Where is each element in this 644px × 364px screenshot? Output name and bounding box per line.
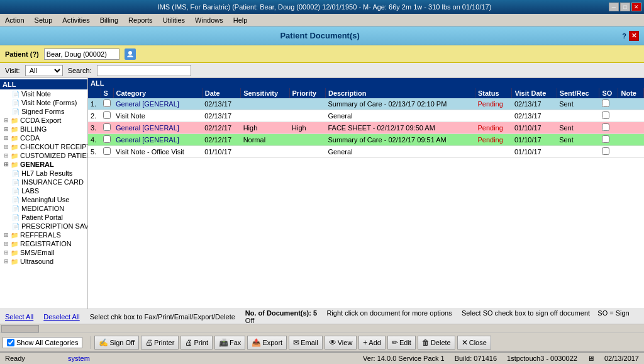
sign-off-button[interactable]: ✍Sign Off: [94, 336, 139, 350]
so-checkbox[interactable]: [602, 111, 609, 119]
status-info: No. of Document(s): 5 Right click on doc…: [245, 309, 639, 324]
minimize-button[interactable]: ─: [609, 3, 619, 11]
so-checkbox[interactable]: [602, 147, 609, 155]
row-checkbox[interactable]: [103, 147, 111, 155]
cell-category: General [GENERAL]: [113, 122, 202, 134]
sidebar-item-label: SMS/Email: [20, 249, 54, 256]
cell-checkbox[interactable]: [101, 146, 113, 158]
col-header-Note: Note: [618, 88, 644, 98]
sidebar-item-medication[interactable]: 📄MEDICATION: [0, 204, 87, 213]
menu-item-help[interactable]: Help: [231, 16, 250, 25]
printer-button[interactable]: 🖨Printer: [141, 336, 179, 350]
view-button[interactable]: 👁View: [325, 336, 357, 350]
cell-checkbox[interactable]: [101, 98, 113, 110]
right-click-info: Right click on document for more options: [326, 309, 452, 317]
cell-so-checkbox[interactable]: [599, 134, 618, 146]
sidebar-item-label: CCDA: [20, 134, 40, 142]
menu-item-utilities[interactable]: Utilities: [160, 16, 187, 25]
row-checkbox[interactable]: [103, 135, 111, 143]
status-bar: Select All Deselect All Select chk box t…: [0, 309, 644, 324]
sidebar-item-signed-forms[interactable]: 📄Signed Forms: [0, 107, 87, 116]
sidebar-item-checkout-receipt[interactable]: ⊞📁CHECKOUT RECEIPT: [0, 142, 87, 151]
sidebar-item-meaningful-use[interactable]: 📄Meaningful Use: [0, 195, 87, 204]
dialog-help-button[interactable]: ?: [622, 32, 626, 40]
date-text: 02/13/2017: [604, 355, 639, 362]
cell-checkbox[interactable]: [101, 122, 113, 134]
sidebar-item-visit-note[interactable]: 📄Visit Note: [0, 89, 87, 98]
sidebar-item-visit-note-(forms)[interactable]: 📄Visit Note (Forms): [0, 98, 87, 107]
cell-so-checkbox[interactable]: [599, 98, 618, 110]
sidebar-item-label: GENERAL: [20, 161, 54, 168]
menu-item-reports[interactable]: Reports: [126, 16, 155, 25]
delete-button[interactable]: 🗑Delete: [418, 336, 455, 350]
so-checkbox[interactable]: [602, 135, 609, 143]
table-row[interactable]: 1.General [GENERAL]02/13/17Summary of Ca…: [88, 98, 644, 110]
so-checkbox[interactable]: [602, 100, 609, 107]
dialog-close-button[interactable]: ✕: [629, 31, 639, 41]
close-dialog-button[interactable]: ✕Close: [457, 336, 491, 350]
folder-icon: 📄: [12, 170, 19, 177]
menu-item-billing[interactable]: Billing: [97, 16, 121, 25]
sidebar-item-hl7-lab-results[interactable]: 📄HL7 Lab Results: [0, 169, 87, 178]
menu-item-activities[interactable]: Activities: [60, 16, 92, 25]
sidebar-item-billing[interactable]: ⊞📁BILLING: [0, 125, 87, 134]
so-checkbox[interactable]: [602, 123, 609, 131]
sidebar-item-insurance-card[interactable]: 📄INSURANCE CARD: [0, 178, 87, 186]
sidebar-all[interactable]: ALL: [0, 79, 87, 89]
cell-so-checkbox[interactable]: [599, 122, 618, 134]
sidebar-item-patient-portal[interactable]: 📄Patient Portal: [0, 213, 87, 222]
cell-so-checkbox[interactable]: [599, 110, 618, 122]
menu-item-windows[interactable]: Windows: [192, 16, 226, 25]
expand-icon: ⊞: [4, 249, 9, 256]
table-row[interactable]: 5.Visit Note - Office Visit01/10/17Gener…: [88, 146, 644, 158]
deselect-all-link[interactable]: Deselect All: [43, 313, 79, 321]
show-all-categories-button[interactable]: Show All Categories: [3, 337, 82, 348]
table-row[interactable]: 2.Visit Note02/13/17General02/13/17: [88, 110, 644, 122]
edit-button[interactable]: ✏Edit: [387, 336, 416, 350]
menu-item-setup[interactable]: Setup: [32, 16, 55, 25]
menu-item-action[interactable]: Action: [3, 16, 27, 25]
row-checkbox[interactable]: [103, 123, 111, 131]
row-checkbox[interactable]: [103, 111, 111, 119]
table-row[interactable]: 4.General [GENERAL]02/12/17NormalSummary…: [88, 134, 644, 146]
row-checkbox[interactable]: [103, 100, 111, 107]
export-button[interactable]: 📤Export: [247, 336, 287, 350]
visit-select[interactable]: All: [25, 65, 63, 76]
cell-so-checkbox[interactable]: [599, 146, 618, 158]
select-all-link[interactable]: Select All: [5, 313, 33, 321]
print-button[interactable]: 🖨Print: [180, 336, 213, 350]
cell-date: 02/12/17: [202, 122, 240, 134]
search-input[interactable]: [97, 65, 191, 76]
sidebar-item-label: MEDICATION: [21, 205, 64, 212]
menu-bar: ActionSetupActivitiesBillingReportsUtili…: [0, 14, 644, 26]
cell-category: General [GENERAL]: [113, 98, 202, 110]
close-window-button[interactable]: ✕: [631, 3, 641, 11]
sidebar-item-label: CHECKOUT RECEIPT: [20, 143, 87, 151]
table-body: 1.General [GENERAL]02/13/17Summary of Ca…: [88, 98, 644, 158]
cell-num: 4.: [88, 134, 101, 146]
sidebar-item-customized-patient[interactable]: ⊞📁CUSTOMIZED PATIENT: [0, 151, 87, 160]
show-all-categories-checkbox[interactable]: [7, 339, 14, 346]
sidebar-item-refferals[interactable]: ⊞📁REFFERALS: [0, 230, 87, 239]
add-button[interactable]: +Add: [358, 336, 386, 350]
sidebar-item-sms/email[interactable]: ⊞📁SMS/Email: [0, 248, 87, 257]
sidebar-item-ultrasound[interactable]: ⊞📁Ultrasound: [0, 257, 87, 266]
visit-label: Visit:: [5, 67, 20, 74]
email-button[interactable]: ✉Email: [289, 336, 323, 350]
restore-button[interactable]: □: [620, 3, 630, 11]
sidebar-item-ccda-export[interactable]: ⊞📁CCDA Export: [0, 116, 87, 125]
sidebar-item-labs[interactable]: 📄LABS: [0, 186, 87, 195]
horizontal-scrollbar[interactable]: [0, 324, 644, 333]
print-icon: 🖨: [185, 338, 192, 347]
sidebar-item-ccda[interactable]: ⊞📁CCDA: [0, 134, 87, 142]
table-row[interactable]: 3.General [GENERAL]02/12/17HighHighFACE …: [88, 122, 644, 134]
dialog-title: Patient Document(s): [18, 31, 622, 40]
patient-icon[interactable]: [125, 48, 136, 60]
patient-input[interactable]: [44, 48, 119, 60]
sidebar-item-prescription-saving[interactable]: 📄PRESCRIPTION SAVING: [0, 222, 87, 230]
cell-checkbox[interactable]: [101, 134, 113, 146]
sidebar-item-registration[interactable]: ⊞📁REGISTRATION: [0, 239, 87, 248]
cell-checkbox[interactable]: [101, 110, 113, 122]
fax-button[interactable]: 📠Fax: [214, 336, 245, 350]
sidebar-item-general[interactable]: ⊞📁GENERAL: [0, 160, 87, 169]
